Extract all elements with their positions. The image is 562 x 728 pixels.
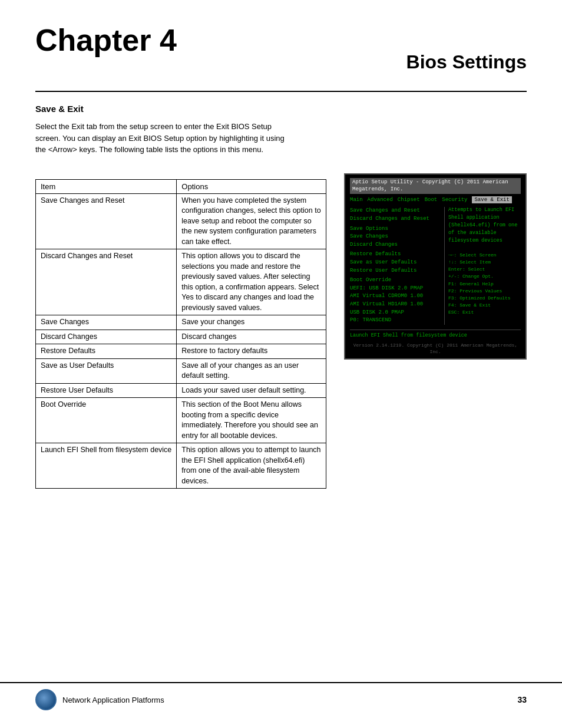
table-cell-options: This option allows you to attempt to lau…: [177, 443, 326, 489]
bios-header: Aptio Setup Utility - Copyright (C) 2011…: [350, 178, 521, 194]
table-row: Discard ChangesDiscard changes: [36, 330, 326, 344]
section-heading: Save & Exit: [35, 104, 527, 114]
table-cell-item: Save as User Defaults: [36, 358, 177, 383]
logo-circle: [35, 689, 57, 710]
bios-key: F2: Previous Values: [448, 288, 521, 294]
table-cell-item: Restore User Defaults: [36, 383, 177, 398]
bios-key: ESC: Exit: [448, 309, 521, 315]
options-table: Item Options Save Changes and ResetWhen …: [35, 179, 326, 489]
table-row: Discard Changes and ResetThis option all…: [36, 249, 326, 315]
bios-footer-item: Launch EFI Shell from filesystem device: [350, 330, 521, 340]
bios-menu-bar: MainAdvancedChipsetBootSecuritySave & Ex…: [350, 196, 521, 204]
table-row: Save Changes and ResetWhen you have comp…: [36, 193, 326, 249]
content-area: Item Options Save Changes and ResetWhen …: [35, 173, 527, 489]
table-cell-options: Discard changes: [177, 330, 326, 344]
bios-menu-item[interactable]: Main: [350, 196, 363, 204]
bios-main-content: Save Changes and ResetDiscard Changes an…: [350, 207, 521, 324]
bios-version: Version 2.14.1219. Copyright (C) 2011 Am…: [350, 342, 521, 355]
bios-left-item: USB DISK 2.0 PMAP: [350, 309, 441, 317]
table-row: Boot OverrideThis section of the Boot Me…: [36, 398, 326, 443]
bios-key: ↑↓: Select Item: [448, 259, 521, 265]
bios-key: F4: Save & Exit: [448, 302, 521, 308]
table-cell-options: Save all of your changes as an user defa…: [177, 358, 326, 383]
divider: [35, 91, 527, 92]
bios-left-item: Save as User Defaults: [350, 259, 441, 266]
table-cell-item: Restore Defaults: [36, 344, 177, 359]
bios-left-item: Save Changes: [350, 233, 441, 241]
bios-key: F1: General Help: [448, 281, 521, 287]
bios-key: →←: Select Screen: [448, 252, 521, 258]
table-cell-item: Save Changes: [36, 315, 177, 330]
table-row: Restore User DefaultsLoads your saved us…: [36, 383, 326, 398]
bios-right-desc: Attempts to Launch EFI: [448, 207, 521, 214]
bios-right-desc: Shell application: [448, 215, 521, 222]
table-cell-item: Save Changes and Reset: [36, 193, 177, 249]
table-cell-options: Loads your saved user default setting.: [177, 383, 326, 398]
footer-company: Network Application Platforms: [62, 696, 164, 704]
bios-right-desc: of the available: [448, 230, 521, 237]
bios-right-desc: (Shellx64.efi) from one: [448, 222, 521, 229]
bios-left-item: Restore User Defaults: [350, 267, 441, 275]
page-number: 33: [517, 695, 527, 704]
bios-left-item: P0: TRANSCEND: [350, 317, 441, 324]
bios-left-item: Boot Override: [350, 276, 441, 284]
table-cell-item: Boot Override: [36, 398, 177, 443]
bios-menu-item[interactable]: Chipset: [398, 196, 420, 204]
bios-right-desc: filesystem devices: [448, 238, 521, 245]
table-cell-item: Launch EFI Shell from filesystem device: [36, 443, 177, 489]
bios-left-item: Save Options: [350, 225, 441, 233]
right-column: Aptio Setup Utility - Copyright (C) 2011…: [344, 173, 527, 360]
table-row: Save ChangesSave your changes: [36, 315, 326, 330]
table-cell-item: Discard Changes: [36, 330, 177, 344]
bios-key: F3: Optimized Defaults: [448, 295, 521, 301]
table-cell-options: Restore to factory defaults: [177, 344, 326, 359]
bios-key: +/-: Change Opt.: [448, 273, 521, 279]
page-footer: Network Application Platforms 33: [0, 682, 562, 710]
table-row: Launch EFI Shell from filesystem deviceT…: [36, 443, 326, 489]
table-row: Save as User DefaultsSave all of your ch…: [36, 358, 326, 383]
table-cell-item: Discard Changes and Reset: [36, 249, 177, 315]
table-cell-options: This option allows you to discard the se…: [177, 249, 326, 315]
col-item: Item: [36, 179, 177, 193]
page-container: Chapter 4 Bios Settings Save & Exit Sele…: [0, 0, 562, 728]
bios-menu-item[interactable]: Boot: [425, 196, 438, 204]
bios-left-item: AMI Virtual HD1AR0 1.00: [350, 301, 441, 308]
table-cell-options: This section of the Boot Menu allows boo…: [177, 398, 326, 443]
bios-left-item: Discard Changes: [350, 241, 441, 249]
table-cell-options: When you have completed the system confi…: [177, 193, 326, 249]
bios-key: Enter: Select: [448, 266, 521, 272]
table-row: Restore DefaultsRestore to factory defau…: [36, 344, 326, 359]
bios-left-item: UEFI: USB DISK 2.0 PMAP: [350, 285, 441, 292]
bios-menu-item[interactable]: Security: [442, 196, 467, 204]
bios-left-item: AMI Virtual CDROM0 1.00: [350, 292, 441, 300]
bios-left-item: Save Changes and Reset: [350, 207, 441, 215]
footer-logo: Network Application Platforms: [35, 689, 164, 710]
left-column: Item Options Save Changes and ResetWhen …: [35, 173, 326, 489]
bios-left-item: Discard Changes and Reset: [350, 215, 441, 223]
bios-screenshot: Aptio Setup Utility - Copyright (C) 2011…: [344, 173, 527, 360]
bios-right-panel: Attempts to Launch EFIShell application(…: [444, 207, 521, 324]
bios-left-item: Restore Defaults: [350, 251, 441, 258]
col-options: Options: [177, 179, 326, 193]
section-description: Select the Exit tab from the setup scree…: [35, 121, 289, 156]
table-cell-options: Save your changes: [177, 315, 326, 330]
bios-menu-item[interactable]: Save & Exit: [472, 196, 511, 204]
bios-keys: →←: Select Screen↑↓: Select ItemEnter: S…: [448, 252, 521, 316]
bios-left-panel: Save Changes and ResetDiscard Changes an…: [350, 207, 441, 324]
bios-menu-item[interactable]: Advanced: [368, 196, 393, 204]
